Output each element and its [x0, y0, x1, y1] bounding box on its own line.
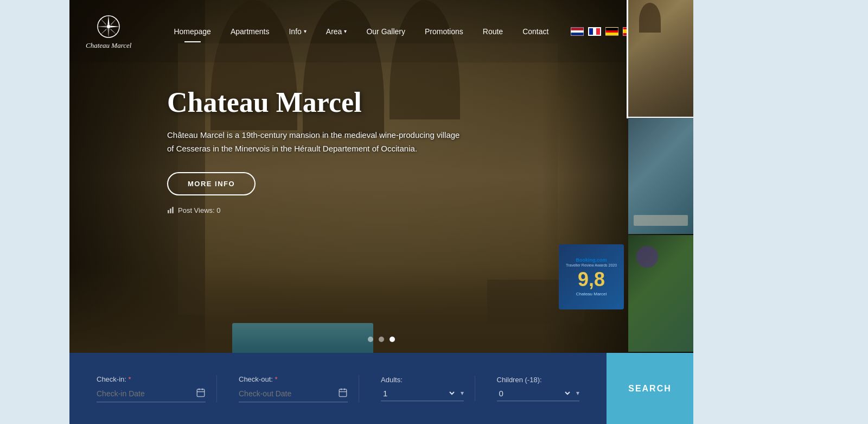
checkout-label: Check-out: * [239, 375, 348, 383]
slide-dot-1[interactable] [368, 337, 373, 342]
booking-bar: Check-in: * Check-ou [69, 353, 693, 424]
nav-homepage[interactable]: Homepage [164, 23, 221, 40]
sidebar-left [0, 0, 69, 424]
adults-input-wrapper: 1 2 3 4 5 6 ▾ [381, 388, 464, 401]
logo-text: Chateau Marcel [86, 41, 131, 50]
checkin-label: Check-in: * [97, 375, 206, 383]
flag-de[interactable] [605, 27, 618, 36]
booking-footer-name: Chateau Marcel [576, 292, 607, 296]
booking-badge: Booking.com Traveller Review Awards 2020… [559, 244, 624, 309]
checkout-input[interactable] [239, 389, 334, 398]
nav-gallery[interactable]: Our Gallery [356, 23, 415, 40]
nav-route[interactable]: Route [473, 23, 513, 40]
nav-apartments[interactable]: Apartments [221, 23, 279, 40]
slide-dot-3[interactable] [390, 337, 395, 342]
thumbnail-1[interactable] [628, 0, 693, 117]
checkout-required: * [273, 375, 278, 383]
children-label: Children (-18): [497, 376, 580, 384]
svg-rect-17 [168, 210, 169, 213]
more-info-button[interactable]: MORE INFO [167, 172, 256, 195]
svg-rect-19 [172, 207, 173, 213]
hero-title: Chateau Marcel [167, 87, 465, 118]
svg-rect-18 [170, 208, 171, 213]
svg-rect-24 [339, 389, 347, 397]
adults-select[interactable]: 1 2 3 4 5 6 [381, 388, 456, 398]
adults-label: Adults: [381, 376, 464, 384]
checkout-field-group: Check-out: * [228, 375, 359, 402]
hero-content: Chateau Marcel Château Marcel is a 19th-… [167, 87, 465, 214]
nav-area[interactable]: Area ▾ [316, 23, 357, 40]
hero-subtitle: Château Marcel is a 19th-century mansion… [167, 129, 465, 156]
sidebar-right [781, 0, 868, 424]
post-views: Post Views: 0 [167, 206, 465, 214]
booking-platform: Booking.com Traveller Review Awards 2020 [566, 257, 617, 268]
site-logo[interactable]: Chateau Marcel [86, 13, 131, 50]
svg-rect-20 [197, 389, 205, 397]
main-navigation: Chateau Marcel Homepage Apartments Info … [69, 0, 693, 62]
booking-score: 9,8 [578, 270, 605, 289]
checkin-calendar-icon[interactable] [196, 388, 206, 400]
children-field-group: Children (-18): 0 1 2 3 4 ▾ [486, 376, 591, 401]
main-wrapper: Chateau Marcel Homepage Apartments Info … [69, 0, 781, 424]
thumbnail-2[interactable] [628, 118, 693, 235]
children-input-wrapper: 0 1 2 3 4 ▾ [497, 388, 580, 401]
flag-fr[interactable] [588, 27, 601, 36]
search-button[interactable]: SEARCH [607, 353, 693, 424]
adults-field-group: Adults: 1 2 3 4 5 6 ▾ [370, 376, 475, 401]
checkin-required: * [126, 375, 131, 383]
checkout-input-wrapper [239, 388, 348, 402]
nav-contact[interactable]: Contact [513, 23, 558, 40]
thumbnail-strip [628, 0, 693, 353]
flag-nl[interactable] [571, 27, 584, 36]
slide-dot-2[interactable] [379, 337, 384, 342]
thumbnail-3[interactable] [628, 235, 693, 352]
nav-links: Homepage Apartments Info ▾ Area ▾ Our Ga… [164, 23, 571, 40]
booking-fields: Check-in: * Check-ou [69, 353, 607, 424]
logo-compass-icon [95, 13, 122, 40]
language-flags [571, 27, 636, 36]
nav-info[interactable]: Info ▾ [279, 23, 316, 40]
checkin-field-group: Check-in: * [86, 375, 217, 402]
hero-section: Chateau Marcel Homepage Apartments Info … [69, 0, 693, 353]
checkout-calendar-icon[interactable] [338, 388, 348, 400]
children-select[interactable]: 0 1 2 3 4 [497, 388, 572, 398]
nav-promotions[interactable]: Promotions [415, 23, 473, 40]
checkin-input-wrapper [97, 388, 206, 402]
slider-dots [368, 337, 395, 342]
checkin-input[interactable] [97, 389, 192, 398]
